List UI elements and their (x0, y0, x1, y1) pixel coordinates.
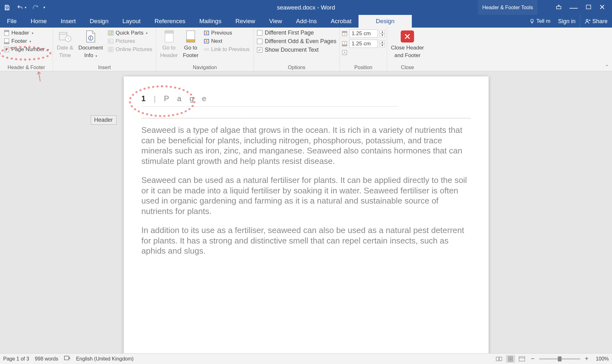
group-label: Close (389, 63, 426, 71)
save-icon[interactable] (4, 4, 10, 11)
quick-parts-button[interactable]: Quick Parts▾ (106, 29, 154, 37)
header-position-value[interactable]: 1.25 cm (349, 29, 378, 38)
undo-icon[interactable]: ▾ (16, 4, 26, 11)
share-label: Share (592, 18, 608, 25)
spinner-down-icon[interactable]: ▼ (380, 34, 385, 37)
sign-in-button[interactable]: Sign in (554, 15, 580, 28)
print-layout-icon[interactable] (506, 355, 515, 363)
next-button[interactable]: Next (202, 37, 252, 45)
link-previous-label: Link to Previous (211, 46, 250, 53)
tab-mailings[interactable]: Mailings (192, 15, 228, 28)
word-count[interactable]: 998 words (35, 356, 58, 362)
svg-rect-30 (204, 49, 206, 50)
tab-design[interactable]: Design (83, 15, 115, 28)
page-number-field[interactable]: 1 | P a g e (141, 94, 471, 103)
qat-customize-icon[interactable]: ▾ (43, 5, 45, 10)
share-button[interactable]: Share (580, 15, 612, 28)
check-show-document-text-label: Show Document Text (265, 47, 319, 53)
svg-text:i: i (90, 36, 91, 40)
tab-home[interactable]: Home (24, 15, 54, 28)
footer-position-icon (342, 41, 347, 47)
header-button[interactable]: Header▾ (2, 29, 35, 37)
page-word: P a g e (164, 94, 209, 103)
document-info-label2: Info ▾ (84, 52, 97, 59)
close-icon[interactable] (599, 4, 605, 11)
close-header-footer-button[interactable]: Close Header and Footer (389, 29, 426, 60)
tab-file[interactable]: File (0, 15, 24, 28)
footer-label: Footer (11, 38, 27, 44)
person-plus-icon (585, 18, 590, 24)
footer-from-bottom[interactable]: 1.25 cm ▲▼ (342, 39, 385, 49)
check-different-first[interactable]: Different First Page (256, 29, 315, 37)
document-area[interactable]: 1 | P a g e Header Seaweed is a type of … (0, 71, 612, 353)
paragraph: Seaweed can be used as a natural fertili… (141, 175, 471, 216)
tab-insert[interactable]: Insert (54, 15, 83, 28)
calendar-clock-icon (59, 29, 71, 43)
web-layout-icon[interactable] (517, 355, 526, 363)
goto-header-label2: Header (160, 52, 178, 59)
tab-review[interactable]: Review (228, 15, 262, 28)
tab-addins[interactable]: Add-Ins (289, 15, 324, 28)
zoom-out-icon[interactable]: − (529, 355, 536, 362)
tab-references[interactable]: References (148, 15, 192, 28)
quick-parts-label: Quick Parts (115, 30, 143, 36)
zoom-level[interactable]: 100% (593, 356, 609, 362)
page-status[interactable]: Page 1 of 3 (3, 356, 29, 362)
spinner-down-icon[interactable]: ▼ (380, 44, 385, 47)
tab-layout[interactable]: Layout (115, 15, 148, 28)
page-number-value: 1 (141, 94, 149, 103)
header-zone[interactable]: 1 | P a g e (141, 94, 471, 116)
previous-button[interactable]: Previous (202, 29, 252, 37)
check-show-document-text[interactable]: ✓ Show Document Text (256, 46, 320, 54)
footer-button[interactable]: Footer▾ (2, 37, 33, 45)
collapse-ribbon-icon[interactable]: ⌃ (605, 64, 609, 69)
maximize-icon[interactable] (586, 5, 591, 10)
group-label: Navigation (158, 63, 252, 71)
read-mode-icon[interactable] (495, 355, 503, 363)
spinner-up-icon[interactable]: ▲ (380, 40, 385, 44)
zoom-in-icon[interactable]: + (583, 355, 590, 362)
globe-picture-icon (108, 47, 114, 52)
spellcheck-icon[interactable] (64, 356, 70, 362)
svg-rect-34 (342, 31, 347, 33)
svg-rect-3 (586, 5, 591, 9)
zoom-slider[interactable] (539, 358, 580, 360)
next-label: Next (211, 38, 222, 44)
goto-header-button: Go to Header (158, 29, 180, 60)
redo-icon[interactable] (32, 4, 39, 11)
window-controls: — (549, 0, 612, 15)
svg-rect-36 (342, 45, 347, 46)
group-close: Close Header and Footer Close (387, 28, 428, 71)
tell-me-search[interactable]: Tell m (526, 15, 554, 28)
spinner-up-icon[interactable]: ▲ (380, 30, 385, 34)
ribbon-display-options-icon[interactable] (556, 5, 561, 10)
page-number-button[interactable]: # Page Number▾ (2, 45, 51, 54)
tab-acrobat[interactable]: Acrobat (324, 15, 359, 28)
tab-view[interactable]: View (262, 15, 289, 28)
footer-position-value[interactable]: 1.25 cm (349, 40, 378, 48)
lightbulb-icon (530, 19, 535, 24)
goto-footer-label1: Go to (184, 45, 197, 51)
status-bar: Page 1 of 3 998 words English (United Ki… (0, 353, 612, 364)
tell-me-label: Tell m (536, 18, 550, 24)
svg-rect-25 (165, 31, 173, 33)
document-info-label1: Document (78, 45, 103, 51)
check-different-odd-even[interactable]: Different Odd & Even Pages (256, 37, 338, 45)
checkbox-empty-icon (257, 39, 262, 44)
tab-context-design[interactable]: Design (359, 15, 412, 28)
header-underline (141, 106, 398, 107)
checkbox-checked-icon: ✓ (257, 47, 262, 53)
goto-footer-button[interactable]: Go to Footer (181, 29, 200, 60)
svg-rect-38 (64, 356, 69, 360)
group-label: Insert (55, 63, 154, 71)
document-info-button[interactable]: i Document Info ▾ (76, 29, 105, 60)
pictures-button: Pictures (106, 37, 154, 45)
language-status[interactable]: English (United Kingdom) (76, 356, 134, 362)
header-from-top[interactable]: 1.25 cm ▲▼ (342, 29, 385, 38)
check-different-odd-even-label: Different Odd & Even Pages (265, 38, 337, 45)
title-bar: ▾ ▾ seaweed.docx - Word Header & Footer … (0, 0, 612, 15)
close-label2: and Footer (394, 52, 420, 59)
paragraph: In addition to its use as a fertiliser, … (141, 225, 471, 256)
document-page[interactable]: 1 | P a g e Header Seaweed is a type of … (124, 76, 489, 353)
insert-alignment-tab[interactable] (342, 49, 347, 56)
